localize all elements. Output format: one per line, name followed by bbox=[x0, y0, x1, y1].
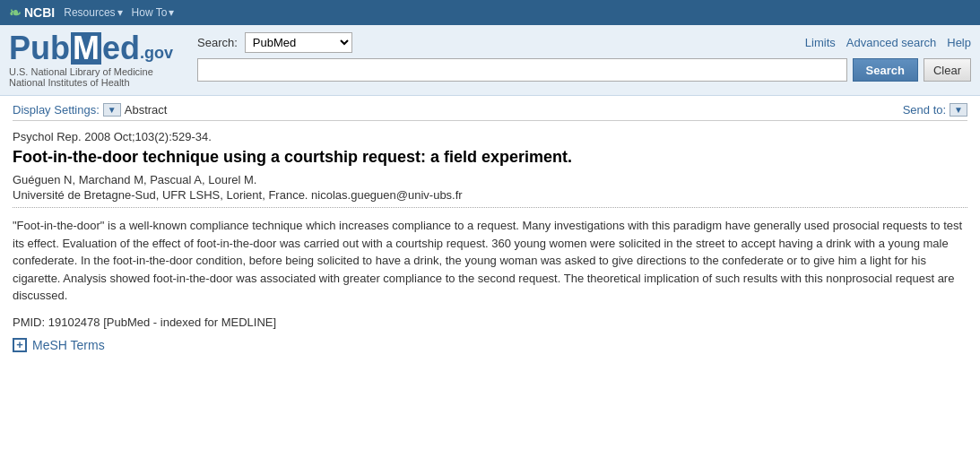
search-input[interactable] bbox=[197, 58, 847, 82]
logo-med: M bbox=[71, 32, 101, 65]
article-abstract: "Foot-in-the-door" is a well-known compl… bbox=[13, 217, 967, 305]
ncbi-label: NCBI bbox=[24, 5, 55, 20]
resources-link[interactable]: Resources ▾ bbox=[64, 6, 122, 19]
ncbi-logo: ❧ NCBI bbox=[9, 4, 55, 22]
display-mode: Abstract bbox=[125, 103, 168, 117]
mesh-terms-link[interactable]: MeSH Terms bbox=[32, 338, 105, 352]
pubmed-logo: PubMed.gov U.S. National Library of Medi… bbox=[9, 32, 179, 88]
logo-pub: Pub bbox=[9, 32, 70, 65]
article-affiliation: Université de Bretagne-Sud, UFR LSHS, Lo… bbox=[13, 188, 967, 208]
ncbi-leaf-icon: ❧ bbox=[9, 4, 21, 22]
limits-link[interactable]: Limits bbox=[805, 36, 836, 49]
article-citation: Psychol Rep. 2008 Oct;103(2):529-34. bbox=[13, 130, 967, 143]
mesh-terms-section: + MeSH Terms bbox=[13, 338, 967, 352]
article-authors: Guéguen N, Marchand M, Pascual A, Lourel… bbox=[13, 173, 967, 186]
main-content: Display Settings: ▼ Abstract Send to: ▼ … bbox=[0, 96, 980, 359]
display-settings-dropdown[interactable]: ▼ bbox=[103, 103, 121, 117]
search-links: Limits Advanced search Help bbox=[805, 36, 971, 49]
send-to-link[interactable]: Send to: bbox=[903, 103, 946, 117]
display-settings-left: Display Settings: ▼ Abstract bbox=[13, 103, 167, 117]
logo-gov: .gov bbox=[140, 45, 173, 65]
howto-link[interactable]: How To ▾ bbox=[132, 6, 175, 19]
search-button[interactable]: Search bbox=[853, 58, 918, 82]
search-controls: Search: PubMed All Databases Books Journ… bbox=[197, 32, 971, 82]
help-link[interactable]: Help bbox=[947, 36, 971, 49]
clear-button[interactable]: Clear bbox=[924, 58, 971, 82]
article-title: Foot-in-the-door technique using a court… bbox=[13, 147, 967, 168]
search-label: Search: bbox=[197, 36, 238, 49]
search-header: PubMed.gov U.S. National Library of Medi… bbox=[0, 25, 980, 96]
advanced-search-link[interactable]: Advanced search bbox=[846, 36, 936, 49]
resources-dropdown-icon: ▾ bbox=[117, 6, 123, 19]
article-pmid: PMID: 19102478 [PubMed - indexed for MED… bbox=[13, 316, 967, 329]
send-to-right: Send to: ▼ bbox=[903, 103, 967, 117]
logo-wordmark: PubMed.gov bbox=[9, 32, 179, 65]
nih-subtitle1: U.S. National Library of Medicine bbox=[9, 66, 179, 77]
mesh-expand-icon[interactable]: + bbox=[13, 338, 27, 352]
send-to-dropdown[interactable]: ▼ bbox=[950, 103, 967, 117]
database-select[interactable]: PubMed All Databases Books Journals MeSH bbox=[245, 32, 352, 53]
display-bar: Display Settings: ▼ Abstract Send to: ▼ bbox=[13, 103, 967, 121]
nih-subtitle2: National Institutes of Health bbox=[9, 77, 179, 88]
logo-ed: ed bbox=[102, 32, 140, 65]
search-top-row: Search: PubMed All Databases Books Journ… bbox=[197, 32, 971, 53]
top-navigation: ❧ NCBI Resources ▾ How To ▾ bbox=[0, 0, 980, 25]
howto-dropdown-icon: ▾ bbox=[169, 6, 174, 19]
display-settings-link[interactable]: Display Settings: bbox=[13, 103, 100, 117]
search-bottom-row: Search Clear bbox=[197, 58, 971, 82]
